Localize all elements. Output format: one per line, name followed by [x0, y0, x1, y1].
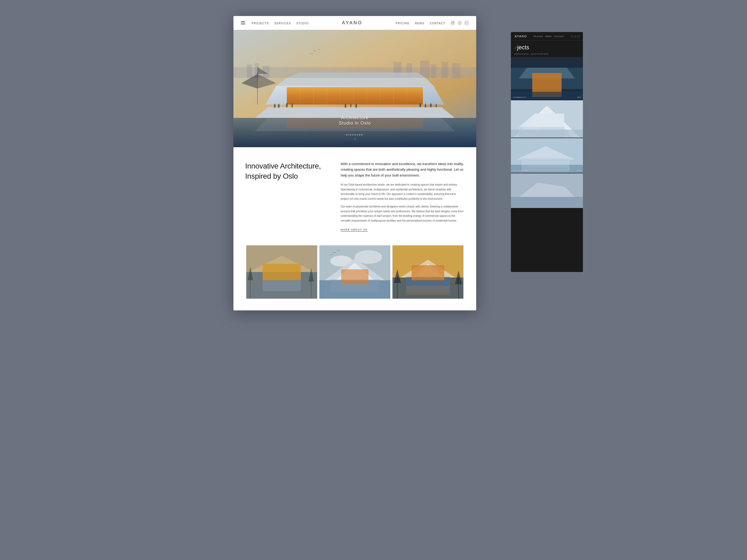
bg-img-1-label: COMMERCIAL: [513, 97, 526, 98]
hero-discover[interactable]: DISCOVER ↓: [346, 134, 364, 141]
svg-rect-36: [431, 64, 436, 78]
about-heading: Innovative Architecture, Inspired by Osl…: [245, 161, 328, 181]
about-para-2: Our team of passionate architects and de…: [341, 204, 464, 223]
svg-rect-38: [452, 63, 460, 78]
about-intro: With a commitment to innovation and exce…: [341, 161, 464, 178]
svg-rect-6: [532, 92, 562, 97]
nav-services[interactable]: SERVICES: [274, 22, 291, 25]
svg-point-65: [436, 104, 437, 107]
bg-project-image-3: MULTIPURPOSE 2024: [511, 138, 583, 173]
bg-panel-nav: PRICING NEWS CONTACT: [533, 35, 565, 37]
projects-strip: [233, 245, 476, 311]
bg-nav-news: NEWS: [545, 35, 552, 37]
hero-text: Architecture Studio in Oslo: [339, 115, 371, 126]
svg-rect-99: [412, 265, 444, 280]
hero-section: Architecture Studio in Oslo DISCOVER ↓: [233, 30, 476, 147]
nav-projects[interactable]: PROJECTS: [252, 22, 269, 25]
bg-img-2-year: 2024: [577, 169, 581, 171]
about-section: Innovative Architecture, Inspired by Osl…: [233, 147, 476, 245]
bg-nav-contact: CONTACT: [554, 35, 565, 37]
bg-project-image-4: [511, 174, 583, 208]
svg-point-23: [454, 22, 454, 22]
svg-point-63: [425, 104, 426, 108]
nav-pricing[interactable]: PRICING: [396, 22, 410, 25]
bg-panel-tabs: HORIZONTAL MULTIPURPOSE: [511, 53, 583, 57]
nav-left: PROJECTS SERVICES STUDIO: [241, 21, 309, 25]
about-left-column: Innovative Architecture, Inspired by Osl…: [245, 161, 328, 232]
svg-point-68: [355, 104, 357, 108]
bg-panel-title: Pjects: [511, 41, 583, 53]
svg-marker-57: [287, 73, 426, 78]
project-thumb-1[interactable]: [246, 245, 317, 299]
svg-point-59: [278, 104, 280, 108]
svg-point-64: [430, 103, 432, 107]
bg-tab-multipurpose[interactable]: MULTIPURPOSE: [531, 53, 549, 55]
background-panel: AYANO PRICING NEWS CONTACT ◻ ◻ ◻ Pjects …: [511, 32, 583, 272]
svg-point-67: [350, 104, 352, 107]
hero-background: [233, 30, 476, 147]
hamburger-menu[interactable]: [241, 21, 245, 24]
bg-project-image-1: COMMERCIAL 2024: [511, 57, 583, 100]
nav-right: PRICING NEWS CONTACT: [396, 21, 469, 25]
bg-img-2-label: MULTIPURPOSE: [513, 169, 529, 171]
project-thumb-2[interactable]: [319, 245, 390, 299]
svg-rect-30: [247, 64, 252, 78]
svg-point-61: [291, 104, 293, 108]
bg-panel-logo: AYANO: [515, 35, 527, 38]
bg-panel-header: AYANO PRICING NEWS CONTACT ◻ ◻ ◻: [511, 32, 583, 41]
behance-icon[interactable]: Be: [464, 21, 469, 25]
bg-panel-icons: ◻ ◻ ◻: [571, 35, 579, 37]
nav-news[interactable]: NEWS: [415, 22, 424, 25]
svg-text:Be: Be: [466, 22, 467, 24]
svg-point-66: [345, 104, 346, 108]
bg-img-1-year: 2024: [577, 97, 581, 98]
hero-title-line1: Architecture: [339, 115, 371, 121]
hero-title-line2: Studio in Oslo: [339, 121, 371, 126]
hero-discover-arrow: ↓: [346, 137, 364, 141]
svg-rect-79: [262, 264, 301, 280]
more-about-us-link[interactable]: MORE ABOUT US: [341, 228, 368, 232]
svg-rect-80: [262, 280, 301, 291]
svg-point-24: [458, 21, 461, 25]
svg-marker-56: [276, 78, 434, 86]
main-card: PROJECTS SERVICES STUDIO AYANO PRICING N…: [233, 16, 476, 311]
nav-right-links: PRICING NEWS CONTACT: [396, 21, 445, 25]
svg-rect-17: [521, 165, 570, 171]
svg-rect-92: [341, 269, 368, 284]
bg-icon-1: ◻: [571, 35, 573, 37]
main-navigation: PROJECTS SERVICES STUDIO AYANO PRICING N…: [233, 16, 476, 30]
svg-point-62: [419, 103, 421, 107]
nav-studio[interactable]: STUDIO: [297, 22, 309, 25]
bg-tab-horizontal[interactable]: HORIZONTAL: [515, 53, 529, 55]
bg-icon-3: ◻: [577, 35, 579, 37]
about-right-column: With a commitment to innovation and exce…: [341, 161, 464, 232]
svg-rect-45: [287, 87, 423, 105]
pinterest-icon[interactable]: [458, 21, 462, 25]
project-thumb-3[interactable]: [392, 245, 463, 299]
bg-icon-2: ◻: [574, 35, 576, 37]
svg-point-22: [452, 22, 454, 24]
svg-rect-100: [406, 286, 450, 295]
instagram-icon[interactable]: [450, 21, 455, 25]
svg-point-58: [274, 104, 276, 108]
svg-rect-20: [511, 197, 583, 208]
nav-social-icons: Be: [450, 21, 469, 25]
about-para-1: At our Oslo-based architecture studio, w…: [341, 182, 464, 201]
svg-rect-3: [532, 73, 562, 92]
svg-rect-12: [511, 130, 583, 138]
nav-left-links: PROJECTS SERVICES STUDIO: [252, 21, 309, 25]
nav-contact[interactable]: CONTACT: [430, 22, 445, 25]
bg-project-image-2: [511, 100, 583, 138]
hero-discover-label: DISCOVER: [346, 134, 364, 136]
bg-nav-pricing: PRICING: [533, 35, 543, 37]
svg-point-60: [286, 103, 288, 108]
svg-rect-37: [441, 62, 448, 78]
svg-rect-21: [451, 21, 454, 25]
site-logo: AYANO: [309, 20, 396, 26]
